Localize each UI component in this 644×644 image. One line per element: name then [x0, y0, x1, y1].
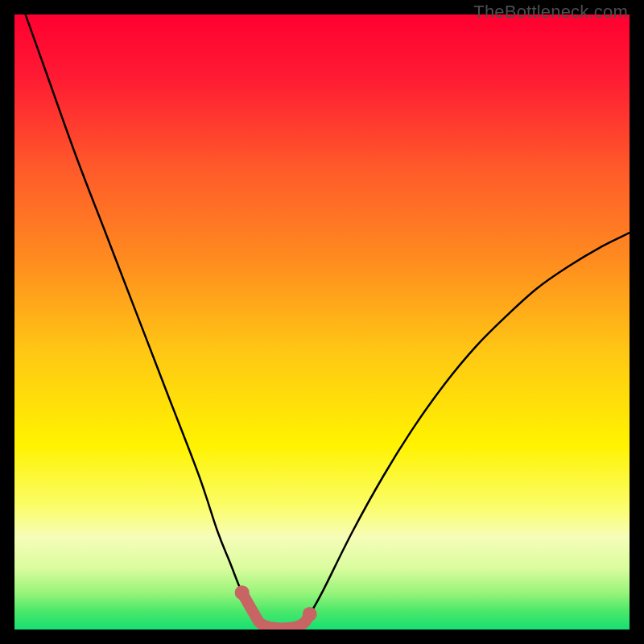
highlight-end-dot: [303, 607, 317, 621]
chart-frame: TheBottleneck.com: [0, 0, 644, 644]
highlight-end-dot: [235, 585, 250, 600]
chart-svg: [14, 14, 630, 630]
plot-area: [14, 14, 630, 630]
gradient-background: [14, 14, 630, 630]
